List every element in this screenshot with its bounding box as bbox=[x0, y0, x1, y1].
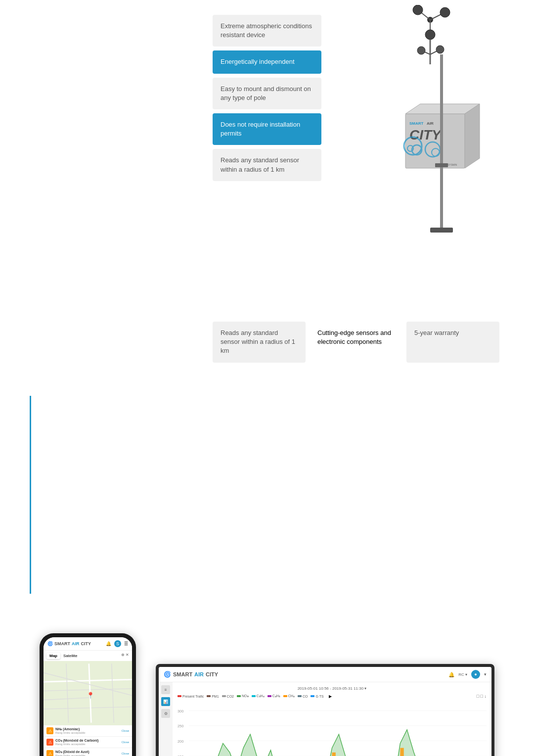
svg-point-9 bbox=[436, 46, 444, 53]
legend-dot-c2h4 bbox=[252, 695, 256, 697]
map-controls: ⊕ ✕ bbox=[121, 653, 129, 659]
sensor-close-co2[interactable]: Close bbox=[122, 741, 129, 744]
sensor-item-co2: ⚠ CO₂ (Monòxid de Carboni) Rang límits a… bbox=[44, 737, 132, 748]
laptop-screen: 🌀 SMART AIR CITY 🔔 RC ▾ ● ▾ bbox=[159, 667, 491, 756]
laptop-rc-label: RC ▾ bbox=[458, 672, 467, 677]
svg-marker-15 bbox=[465, 104, 480, 168]
phone-notification-icon[interactable]: 🔔 bbox=[106, 641, 111, 646]
sensor-name-no2: NO₂ (Diòxid de Azot) bbox=[55, 750, 120, 754]
date-selector[interactable]: 2019-05-01 10:56 - 2019-05-31 11:30 ▾ bbox=[178, 686, 487, 691]
feature-energetically-independent: Energetically independent bbox=[213, 50, 321, 73]
feature-reads-sensors: Reads any standard sensor within a radiu… bbox=[213, 149, 321, 181]
date-range-text: 2019-05-01 10:56 - 2019-05-31 11:30 bbox=[298, 686, 363, 691]
date-dropdown-icon[interactable]: ▾ bbox=[364, 686, 366, 691]
feature-easy-mount: Easy to mount and dismount on any type o… bbox=[213, 78, 321, 109]
laptop-user-avatar[interactable]: ● bbox=[471, 670, 480, 679]
feature-no-permits-text: Does not require installation permits bbox=[221, 121, 300, 137]
legend-item-pm1: PM1 bbox=[207, 695, 219, 698]
sensor-close-no2[interactable]: Close bbox=[122, 752, 129, 755]
svg-text:CITY: CITY bbox=[409, 127, 442, 142]
legend-dot-c4h2 bbox=[267, 695, 271, 697]
phone-brand-city: CITY bbox=[81, 641, 91, 646]
phone-screen: 🌀 SMART AIR CITY 🔔 S ☰ Map Satellite ⊕ ✕ bbox=[44, 637, 132, 756]
legend-label-pm1: PM1 bbox=[212, 695, 219, 698]
legend-dot-ch4 bbox=[283, 695, 287, 697]
sensor-text-no2: NO₂ (Diòxid de Azot) Rang límits accepta… bbox=[55, 750, 120, 756]
feature-energetically-text: Energetically independent bbox=[221, 58, 295, 65]
sensor-name-nh3: NH₃ (Amoníac) bbox=[55, 727, 120, 731]
feature-easy-mount-text: Easy to mount and dismount on any type o… bbox=[221, 85, 311, 101]
sensor-desc-no2: Rang límits acceptable bbox=[55, 754, 120, 756]
laptop-header: 🌀 SMART AIR CITY 🔔 RC ▾ ● ▾ bbox=[159, 667, 491, 682]
sensor-text-co2: CO₂ (Monòxid de Carboni) Rang límits acc… bbox=[55, 739, 120, 746]
bottom-section: 🌀 SMART AIR CITY 🔔 S ☰ Map Satellite ⊕ ✕ bbox=[0, 633, 534, 756]
svg-point-4 bbox=[413, 5, 423, 15]
svg-text:300: 300 bbox=[178, 709, 183, 713]
bottom-warranty: 5-year warranty bbox=[406, 322, 499, 363]
svg-point-6 bbox=[425, 30, 435, 40]
chart-controls[interactable]: □ □ ↓ bbox=[477, 694, 487, 699]
map-tabs: Map Satellite ⊕ ✕ bbox=[44, 651, 132, 661]
svg-text:📍: 📍 bbox=[87, 692, 95, 700]
laptop-brand-smart: SMART bbox=[173, 671, 192, 677]
bottom-cutting-edge: Cutting-edge sensors and electronic comp… bbox=[310, 322, 402, 363]
chart-container: 300 250 200 150 100 50 0 bbox=[178, 703, 487, 756]
phone-settings-icon[interactable]: S bbox=[114, 640, 121, 647]
phone-menu-icon[interactable]: ☰ bbox=[124, 641, 128, 646]
svg-point-2 bbox=[440, 7, 450, 17]
chart-svg: 300 250 200 150 100 50 0 bbox=[178, 703, 487, 756]
legend-dot-co2 bbox=[222, 695, 226, 697]
legend-label-traffic: Present Trafic bbox=[182, 695, 204, 698]
map-tab-satellite[interactable]: Satellite bbox=[60, 653, 80, 659]
phone-map-area: 📍 bbox=[44, 661, 132, 725]
laptop-nav-icons: 🔔 RC ▾ ● ▾ bbox=[448, 670, 487, 679]
sensor-desc-nh3: Rang límits acceptable bbox=[55, 731, 120, 734]
legend-label-no3: NO₃ bbox=[242, 694, 249, 698]
laptop-notification-icon[interactable]: 🔔 bbox=[448, 672, 454, 677]
legend-expand-icon[interactable]: ▶ bbox=[329, 694, 332, 699]
svg-text:200: 200 bbox=[178, 739, 183, 744]
legend-item-c2h4: C₂H₄ bbox=[252, 694, 265, 698]
legend-label-co2: CO2 bbox=[227, 695, 234, 698]
phone-brand: 🌀 SMART AIR CITY bbox=[47, 641, 91, 646]
bottom-reads-text: Reads any standard sensor within a radiu… bbox=[221, 329, 295, 354]
phone-header-icons: 🔔 S ☰ bbox=[106, 640, 128, 647]
sensor-close-nh3[interactable]: Close bbox=[122, 729, 129, 732]
svg-rect-26 bbox=[435, 163, 448, 167]
laptop-brand: 🌀 SMART AIR CITY bbox=[164, 671, 218, 678]
legend-label-ch4: CH₄ bbox=[288, 694, 295, 698]
laptop-brand-city: CITY bbox=[206, 671, 218, 677]
legend-item-traffic: Present Trafic bbox=[178, 695, 204, 698]
middle-section bbox=[0, 386, 534, 633]
map-tab-map[interactable]: Map bbox=[46, 653, 60, 659]
feature-extreme-conditions: Extreme atmospheric conditions resistant… bbox=[213, 15, 321, 47]
laptop-mockup: 🌀 SMART AIR CITY 🔔 RC ▾ ● ▾ bbox=[156, 664, 494, 756]
svg-point-11 bbox=[417, 47, 425, 54]
legend-dot-traffic bbox=[178, 695, 181, 697]
feature-reads-sensors-text: Reads any standard sensor within a radiu… bbox=[221, 156, 299, 173]
legend-dot-gts bbox=[311, 695, 314, 697]
sensor-text-nh3: NH₃ (Amoníac) Rang límits acceptable bbox=[55, 727, 120, 734]
legend-item-ch4: CH₄ bbox=[283, 694, 295, 698]
laptop-content: ≡ 📊 ⚙ 2019-05-01 10:56 - 2019-05-31 11:3… bbox=[159, 682, 491, 756]
sidebar-icon-1[interactable]: ≡ bbox=[161, 685, 170, 694]
phone-header: 🌀 SMART AIR CITY 🔔 S ☰ bbox=[44, 637, 132, 651]
svg-text:250: 250 bbox=[178, 724, 183, 728]
sensor-list: ⚠ NH₃ (Amoníac) Rang límits acceptable C… bbox=[44, 725, 132, 756]
sensor-warning-icon-no2: ⚠ bbox=[46, 750, 53, 756]
svg-rect-54 bbox=[332, 753, 336, 756]
chart-area: 2019-05-01 10:56 - 2019-05-31 11:30 ▾ Pr… bbox=[173, 682, 491, 756]
laptop-user-menu[interactable]: ▾ bbox=[484, 672, 487, 677]
sidebar-icon-3[interactable]: ⚙ bbox=[161, 709, 170, 718]
bottom-cards-row: Reads any standard sensor within a radiu… bbox=[213, 322, 499, 363]
legend-dot-no3 bbox=[237, 695, 241, 697]
sensor-item-nh3: ⚠ NH₃ (Amoníac) Rang límits acceptable C… bbox=[44, 725, 132, 737]
bottom-cutting-edge-text: Cutting-edge sensors and electronic comp… bbox=[317, 329, 391, 345]
feature-extreme-text: Extreme atmospheric conditions resistant… bbox=[221, 22, 312, 39]
svg-text:AIR: AIR bbox=[427, 121, 434, 126]
legend-label-c4h2: C₄H₂ bbox=[272, 694, 280, 698]
svg-rect-27 bbox=[430, 228, 453, 233]
legend-item-no3: NO₃ bbox=[237, 694, 249, 698]
sensor-warning-icon-co2: ⚠ bbox=[46, 739, 53, 746]
sidebar-icon-2[interactable]: 📊 bbox=[161, 697, 170, 706]
